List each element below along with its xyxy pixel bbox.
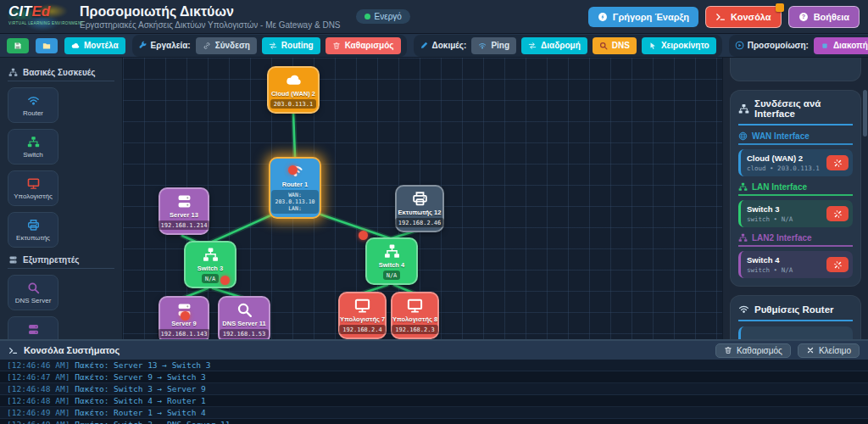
wifi-icon — [478, 42, 487, 50]
sitemap-icon — [27, 136, 40, 148]
log-message: Πακέτο: Switch 4 → Router 1 — [75, 397, 205, 405]
search-icon — [236, 302, 253, 318]
stop-button[interactable]: Διακοπή — [814, 37, 868, 54]
palette-item-router[interactable]: Router — [8, 87, 58, 123]
disconnect-button[interactable] — [826, 155, 849, 170]
router-settings-panel: Ρυθμίσεις Router — [730, 295, 861, 339]
cloud-icon — [286, 72, 302, 88]
cloud-icon — [71, 42, 80, 50]
link-icon — [203, 42, 211, 50]
app-root: CITEd VIRTUAL LEARNING ENVIRONMENT Προσο… — [0, 0, 868, 424]
network-canvas[interactable]: Cloud (WAN) 2203.0.113.1Router 1WAN:203.… — [123, 58, 722, 339]
toolbar-group: Προσομοίωση:ΔιακοπήDebug — [729, 35, 868, 57]
connected-device-card: Cloud (WAN) 2cloud • 203.0.113.1 — [738, 149, 853, 176]
palette-item-printer[interactable]: Εκτυπωτής — [8, 212, 58, 248]
network-node-pc-8[interactable]: Υπολογιστής 8192.168.2.3 — [391, 292, 439, 339]
node-label: Server 13 — [170, 211, 198, 219]
disconnect-button[interactable] — [826, 257, 849, 272]
question-icon: ? — [798, 12, 809, 22]
connect-button[interactable]: Σύνδεση — [196, 37, 257, 54]
node-label: Υπολογιστής 8 — [392, 315, 437, 323]
save-icon — [14, 42, 22, 50]
monitor-icon — [354, 298, 370, 314]
printer-icon — [412, 191, 428, 207]
sidebar-section: ΕξυπηρετητέςDNS ServerServer — [8, 255, 114, 339]
save-button[interactable] — [7, 38, 29, 53]
console-button[interactable]: Κονσόλα — [705, 6, 782, 28]
quick-start-button[interactable]: Γρήγορη Έναρξη — [588, 7, 698, 27]
sitemap-icon — [203, 247, 219, 263]
node-label: Switch 3 — [198, 265, 223, 272]
open-folder-button[interactable] — [36, 38, 58, 53]
node-ip-badge: 203.0.113.1 — [270, 99, 316, 109]
network-node-dns-server-11[interactable]: DNS Server 11192.168.1.53 — [218, 296, 270, 339]
console-log-line: [12:46:48 AM]Πακέτο: Switch 4 → Router 1 — [0, 395, 868, 407]
network-node-cloud-wan-2[interactable]: Cloud (WAN) 2203.0.113.1 — [267, 66, 320, 114]
node-ip-badge: 192.168.2.46 — [395, 218, 445, 227]
right-panel: Συνδέσεις ανά Interface WAN InterfaceClo… — [722, 58, 868, 339]
console-log-line: [12:46:48 AM]Πακέτο: Switch 3 → Server 9 — [0, 383, 868, 395]
disconnect-button[interactable] — [826, 206, 849, 221]
scrollbar-thumb[interactable] — [863, 90, 867, 137]
route-icon — [528, 42, 537, 50]
manual-button[interactable]: Χειροκίνητο — [642, 37, 716, 54]
divider — [738, 245, 853, 247]
sidebar-section: Βασικές ΣυσκευέςRouterSwitchΥπολογιστήςΕ… — [8, 68, 114, 248]
connections-panel-title: Συνδέσεις ανά Interface — [754, 98, 853, 119]
clear-button[interactable]: Καθαρισμός — [326, 37, 401, 54]
connected-device-meta: switch • N/A — [747, 215, 827, 223]
toolbar-group-label: Δοκιμές: — [432, 41, 467, 50]
node-ip-badge: 192.168.1.214 — [158, 220, 211, 230]
palette-item-dns-server[interactable]: DNS Server — [8, 275, 58, 310]
network-node-server-13[interactable]: Server 13192.168.1.214 — [159, 187, 209, 235]
device-palette-sidebar: Βασικές ΣυσκευέςRouterSwitchΥπολογιστήςΕ… — [0, 58, 123, 339]
connections-panel: Συνδέσεις ανά Interface WAN InterfaceClo… — [730, 90, 861, 287]
help-button[interactable]: ? Βοήθεια — [788, 6, 860, 28]
log-message: Πακέτο: Switch 3 → DNS Server 11 — [75, 421, 230, 424]
trash-icon — [332, 42, 341, 50]
palette-item-server[interactable]: Server — [8, 316, 58, 339]
console-log-line: [12:46:47 AM]Πακέτο: Server 9 → Switch 3 — [0, 371, 868, 383]
console-close-button[interactable]: Κλείσιμο — [798, 343, 860, 358]
sitemap-icon — [738, 182, 748, 192]
traceroute-button[interactable]: Διαδρομή — [521, 37, 587, 54]
node-label: Server 9 — [171, 320, 197, 327]
connected-device-meta: switch • N/A — [747, 266, 827, 274]
connected-device-card: Switch 4switch • N/A — [738, 251, 853, 278]
system-console: Κονσόλα Συστήματος Καθαρισμός Κλείσιμο [… — [0, 339, 868, 424]
connected-device-card: Switch 3switch • N/A — [738, 200, 853, 227]
server-icon — [27, 323, 40, 336]
play-icon — [735, 41, 744, 50]
divider — [738, 124, 853, 126]
ping-button[interactable]: Ping — [471, 37, 516, 54]
console-clear-button[interactable]: Καθαρισμός — [715, 343, 791, 358]
node-ip-badge: N/A — [383, 271, 401, 280]
interface-group-label: LAN Interface — [752, 182, 807, 192]
interface-group-wan: WAN InterfaceCloud (WAN) 2cloud • 203.0.… — [738, 131, 853, 176]
log-message: Πακέτο: Switch 3 → Server 9 — [75, 385, 205, 393]
network-node-switch-4[interactable]: Switch 4N/A — [365, 237, 418, 285]
palette-item-computer[interactable]: Υπολογιστής — [8, 170, 58, 206]
divider — [738, 320, 853, 321]
console-log-line: [12:46:49 AM]Πακέτο: Router 1 → Switch 4 — [0, 407, 868, 419]
routing-button[interactable]: Routing — [262, 37, 320, 54]
status-dot-icon — [364, 14, 370, 20]
node-ip-badge: 192.168.1.53 — [220, 329, 270, 338]
node-label: Υπολογιστής 7 — [340, 315, 385, 323]
divider — [738, 143, 853, 145]
network-node-pc-7[interactable]: Υπολογιστής 7192.168.2.4 — [338, 292, 387, 339]
palette-item-switch[interactable]: Switch — [8, 129, 58, 165]
models-button[interactable]: Μοντέλα — [64, 37, 125, 54]
node-ip-badge: N/A — [202, 274, 220, 283]
connected-device-name: Switch 3 — [747, 204, 827, 214]
network-node-printer-12[interactable]: Εκτυπωτής 12192.168.2.46 — [395, 185, 444, 232]
unlink-icon — [833, 209, 843, 219]
dns-button[interactable]: DNS — [593, 37, 637, 54]
route-icon — [269, 42, 277, 50]
cursor-icon — [648, 42, 657, 50]
close-icon — [806, 346, 815, 354]
console-title: Κονσόλα Συστήματος — [24, 345, 120, 355]
divider — [8, 268, 114, 269]
page-subtitle: Εργαστηριακές Ασκήσεις Δικτύων Υπολογιστ… — [80, 20, 341, 30]
wrench-icon — [138, 41, 147, 50]
